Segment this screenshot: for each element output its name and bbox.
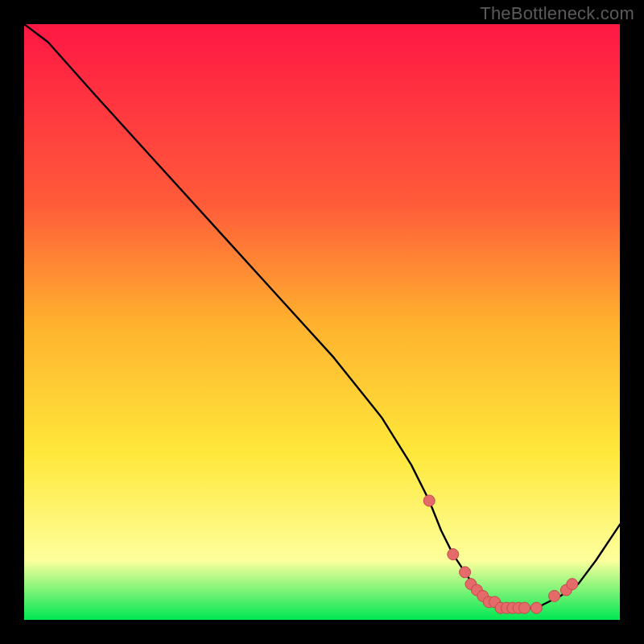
chart-frame: TheBottleneck.com bbox=[0, 0, 644, 644]
watermark-label: TheBottleneck.com bbox=[480, 3, 634, 24]
sweet-spot-marker bbox=[460, 567, 471, 578]
gradient-background bbox=[24, 24, 620, 620]
sweet-spot-marker bbox=[448, 549, 459, 560]
sweet-spot-marker bbox=[567, 579, 578, 590]
sweet-spot-marker bbox=[423, 495, 435, 506]
plot-area bbox=[24, 24, 620, 620]
sweet-spot-marker bbox=[549, 590, 560, 601]
bottleneck-chart bbox=[24, 24, 620, 620]
sweet-spot-marker bbox=[519, 602, 530, 613]
sweet-spot-marker bbox=[530, 602, 542, 613]
